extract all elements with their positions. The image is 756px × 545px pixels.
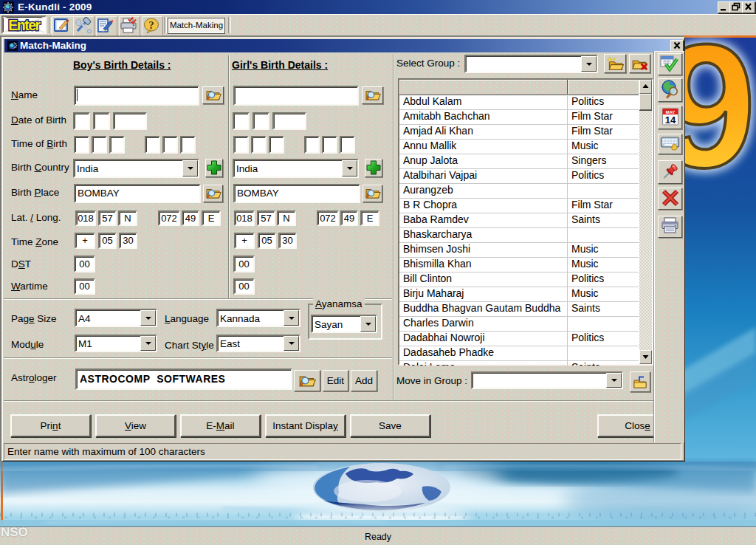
svg-text:?: ? <box>148 19 154 31</box>
svg-text:14: 14 <box>664 114 676 126</box>
svg-text:Enter: Enter <box>8 17 41 32</box>
